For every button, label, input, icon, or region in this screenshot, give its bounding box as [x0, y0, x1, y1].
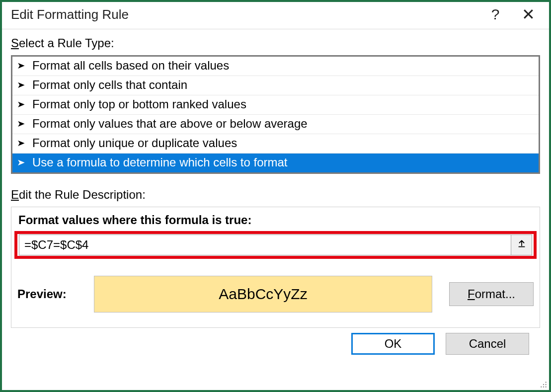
rule-type-item[interactable]: ➤ Format only values that are above or b…	[12, 115, 539, 134]
rule-type-item-label: Format only top or bottom ranked values	[32, 97, 246, 111]
formula-where-true-label: Format values where this formula is true…	[18, 213, 534, 227]
format-preview-swatch: AaBbCcYyZz	[94, 276, 432, 313]
rule-type-item[interactable]: ➤ Format only cells that contain	[12, 76, 539, 95]
ok-button-label: OK	[385, 337, 402, 351]
edit-rule-description-label: Edit the Rule Description:	[11, 188, 540, 202]
select-rule-type-label: Select a Rule Type:	[11, 36, 540, 50]
svg-point-3	[541, 387, 542, 388]
rule-type-item-label: Format only unique or duplicate values	[32, 136, 237, 150]
rule-type-item[interactable]: ➤ Format all cells based on their values	[12, 57, 539, 76]
resize-grip-icon[interactable]	[540, 381, 547, 388]
rule-type-item-selected[interactable]: ➤ Use a formula to determine which cells…	[12, 154, 539, 172]
edit-formatting-rule-dialog: Edit Formatting Rule ? ✕ Select a Rule T…	[2, 2, 549, 390]
formula-input[interactable]	[19, 235, 511, 255]
bullet-icon: ➤	[17, 100, 29, 109]
titlebar: Edit Formatting Rule ? ✕	[2, 2, 549, 29]
bullet-icon: ➤	[17, 80, 29, 89]
formula-input-highlight	[14, 231, 537, 259]
rule-description-box: Format values where this formula is true…	[11, 207, 540, 328]
rule-type-list: ➤ Format all cells based on their values…	[11, 55, 540, 174]
svg-point-0	[546, 382, 547, 383]
preview-label: Preview:	[17, 287, 77, 301]
ok-button[interactable]: OK	[351, 333, 435, 355]
svg-point-1	[543, 384, 544, 385]
dialog-footer: OK Cancel	[11, 328, 540, 360]
formula-input-row	[19, 235, 532, 255]
bullet-icon: ➤	[17, 61, 29, 70]
svg-point-5	[546, 387, 547, 388]
close-button[interactable]: ✕	[516, 5, 540, 24]
rule-type-item[interactable]: ➤ Format only top or bottom ranked value…	[12, 95, 539, 115]
rule-type-item-label: Format only cells that contain	[32, 78, 187, 92]
dialog-title: Edit Formatting Rule	[11, 7, 483, 22]
bullet-icon: ➤	[17, 139, 29, 148]
rule-type-item-label: Format only values that are above or bel…	[32, 117, 308, 131]
preview-sample-text: AaBbCcYyZz	[219, 286, 307, 303]
rule-type-item-label: Use a formula to determine which cells t…	[32, 156, 288, 169]
bullet-icon: ➤	[17, 158, 29, 167]
rule-type-item-label: Format all cells based on their values	[32, 59, 229, 73]
rule-type-item[interactable]: ➤ Format only unique or duplicate values	[12, 134, 539, 154]
collapse-dialog-icon	[517, 239, 526, 250]
cancel-button[interactable]: Cancel	[446, 333, 529, 355]
cancel-button-label: Cancel	[469, 337, 506, 351]
svg-point-4	[543, 387, 544, 388]
help-button[interactable]: ?	[483, 6, 507, 23]
bullet-icon: ➤	[17, 119, 29, 128]
svg-point-2	[546, 384, 547, 385]
format-button[interactable]: Format...	[449, 282, 534, 306]
range-collapse-button[interactable]	[511, 235, 532, 255]
